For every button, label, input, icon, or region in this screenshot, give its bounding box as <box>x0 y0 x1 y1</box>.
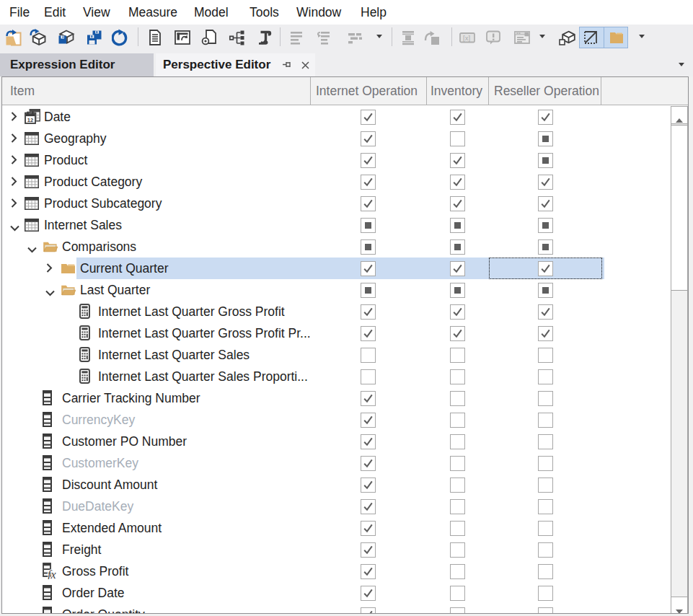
svg-text:[x]: [x] <box>463 34 470 42</box>
svg-text:12: 12 <box>27 117 33 123</box>
svg-text:fx: fx <box>48 568 56 580</box>
